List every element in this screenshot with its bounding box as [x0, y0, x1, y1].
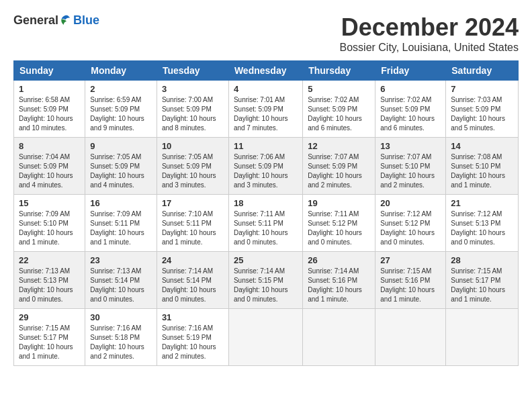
day-number: 3 — [162, 84, 224, 94]
day-info: Sunrise: 7:12 AMSunset: 5:12 PMDaylight:… — [380, 210, 435, 246]
day-number: 24 — [162, 255, 224, 265]
calendar-cell — [446, 309, 519, 366]
calendar-cell: 17Sunrise: 7:10 AMSunset: 5:11 PMDayligh… — [157, 195, 228, 252]
header-sunday: Sunday — [14, 61, 85, 81]
title-area: December 2024 Bossier City, Louisiana, U… — [340, 13, 519, 54]
day-number: 17 — [162, 198, 224, 208]
calendar-cell: 15Sunrise: 7:09 AMSunset: 5:10 PMDayligh… — [14, 195, 85, 252]
calendar-cell: 8Sunrise: 7:04 AMSunset: 5:09 PMDaylight… — [14, 138, 85, 195]
day-info: Sunrise: 7:05 AMSunset: 5:09 PMDaylight:… — [162, 153, 216, 189]
header-monday: Monday — [85, 61, 157, 81]
calendar-cell: 29Sunrise: 7:15 AMSunset: 5:17 PMDayligh… — [14, 309, 85, 366]
location-title: Bossier City, Louisiana, United States — [340, 42, 519, 54]
calendar-cell: 21Sunrise: 7:12 AMSunset: 5:13 PMDayligh… — [446, 195, 519, 252]
day-info: Sunrise: 7:05 AMSunset: 5:09 PMDaylight:… — [90, 153, 144, 189]
day-number: 25 — [234, 255, 298, 265]
week-row-3: 15Sunrise: 7:09 AMSunset: 5:10 PMDayligh… — [14, 195, 519, 252]
day-number: 1 — [19, 84, 80, 94]
calendar-cell: 30Sunrise: 7:16 AMSunset: 5:18 PMDayligh… — [85, 309, 157, 366]
day-info: Sunrise: 7:11 AMSunset: 5:11 PMDaylight:… — [234, 210, 288, 246]
calendar-cell: 9Sunrise: 7:05 AMSunset: 5:09 PMDaylight… — [85, 138, 157, 195]
calendar-cell: 22Sunrise: 7:13 AMSunset: 5:13 PMDayligh… — [14, 252, 85, 309]
day-number: 6 — [380, 84, 441, 94]
day-info: Sunrise: 7:02 AMSunset: 5:09 PMDaylight:… — [380, 96, 435, 132]
day-number: 2 — [90, 84, 152, 94]
day-number: 12 — [308, 141, 370, 151]
day-info: Sunrise: 7:13 AMSunset: 5:14 PMDaylight:… — [90, 267, 144, 303]
day-info: Sunrise: 7:14 AMSunset: 5:16 PMDaylight:… — [308, 267, 362, 303]
calendar-cell — [375, 309, 446, 366]
day-info: Sunrise: 6:59 AMSunset: 5:09 PMDaylight:… — [90, 96, 144, 132]
calendar-cell: 28Sunrise: 7:15 AMSunset: 5:17 PMDayligh… — [446, 252, 519, 309]
header-tuesday: Tuesday — [157, 61, 228, 81]
day-number: 13 — [380, 141, 441, 151]
week-row-1: 1Sunrise: 6:58 AMSunset: 5:09 PMDaylight… — [14, 81, 519, 138]
day-number: 4 — [234, 84, 298, 94]
calendar-table: SundayMondayTuesdayWednesdayThursdayFrid… — [13, 60, 519, 366]
day-info: Sunrise: 7:02 AMSunset: 5:09 PMDaylight:… — [308, 96, 362, 132]
day-info: Sunrise: 7:07 AMSunset: 5:10 PMDaylight:… — [380, 153, 435, 189]
day-number: 30 — [90, 312, 152, 322]
calendar-cell: 23Sunrise: 7:13 AMSunset: 5:14 PMDayligh… — [85, 252, 157, 309]
day-number: 11 — [234, 141, 298, 151]
calendar-cell: 2Sunrise: 6:59 AMSunset: 5:09 PMDaylight… — [85, 81, 157, 138]
day-info: Sunrise: 7:15 AMSunset: 5:17 PMDaylight:… — [451, 267, 505, 303]
day-info: Sunrise: 7:06 AMSunset: 5:09 PMDaylight:… — [234, 153, 288, 189]
day-number: 20 — [380, 198, 441, 208]
calendar-cell: 12Sunrise: 7:07 AMSunset: 5:09 PMDayligh… — [303, 138, 375, 195]
calendar-cell: 14Sunrise: 7:08 AMSunset: 5:10 PMDayligh… — [446, 138, 519, 195]
calendar-cell: 13Sunrise: 7:07 AMSunset: 5:10 PMDayligh… — [375, 138, 446, 195]
day-number: 7 — [451, 84, 513, 94]
day-info: Sunrise: 7:10 AMSunset: 5:11 PMDaylight:… — [162, 210, 216, 246]
calendar-cell: 1Sunrise: 6:58 AMSunset: 5:09 PMDaylight… — [14, 81, 85, 138]
calendar-cell: 19Sunrise: 7:11 AMSunset: 5:12 PMDayligh… — [303, 195, 375, 252]
header-saturday: Saturday — [446, 61, 519, 81]
day-info: Sunrise: 7:03 AMSunset: 5:09 PMDaylight:… — [451, 96, 505, 132]
day-number: 8 — [19, 141, 80, 151]
day-info: Sunrise: 7:16 AMSunset: 5:18 PMDaylight:… — [90, 324, 144, 360]
logo-icon — [60, 14, 73, 28]
calendar-cell: 20Sunrise: 7:12 AMSunset: 5:12 PMDayligh… — [375, 195, 446, 252]
day-info: Sunrise: 7:15 AMSunset: 5:17 PMDaylight:… — [19, 324, 73, 360]
calendar-cell: 18Sunrise: 7:11 AMSunset: 5:11 PMDayligh… — [228, 195, 302, 252]
day-info: Sunrise: 7:16 AMSunset: 5:19 PMDaylight:… — [162, 324, 216, 360]
day-number: 14 — [451, 141, 513, 151]
calendar-cell: 11Sunrise: 7:06 AMSunset: 5:09 PMDayligh… — [228, 138, 302, 195]
day-number: 9 — [90, 141, 152, 151]
logo: General Blue — [13, 13, 99, 28]
calendar-cell: 25Sunrise: 7:14 AMSunset: 5:15 PMDayligh… — [228, 252, 302, 309]
month-title: December 2024 — [340, 13, 519, 42]
week-row-5: 29Sunrise: 7:15 AMSunset: 5:17 PMDayligh… — [14, 309, 519, 366]
calendar-cell: 7Sunrise: 7:03 AMSunset: 5:09 PMDaylight… — [446, 81, 519, 138]
calendar-cell: 24Sunrise: 7:14 AMSunset: 5:14 PMDayligh… — [157, 252, 228, 309]
calendar-cell — [228, 309, 302, 366]
calendar-cell: 31Sunrise: 7:16 AMSunset: 5:19 PMDayligh… — [157, 309, 228, 366]
logo-blue-text: Blue — [73, 13, 99, 28]
calendar-cell — [303, 309, 375, 366]
week-row-4: 22Sunrise: 7:13 AMSunset: 5:13 PMDayligh… — [14, 252, 519, 309]
calendar-cell: 5Sunrise: 7:02 AMSunset: 5:09 PMDaylight… — [303, 81, 375, 138]
day-info: Sunrise: 7:07 AMSunset: 5:09 PMDaylight:… — [308, 153, 362, 189]
day-number: 16 — [90, 198, 152, 208]
day-number: 31 — [162, 312, 224, 322]
day-info: Sunrise: 7:09 AMSunset: 5:10 PMDaylight:… — [19, 210, 73, 246]
day-number: 21 — [451, 198, 513, 208]
day-number: 22 — [19, 255, 80, 265]
day-info: Sunrise: 7:09 AMSunset: 5:11 PMDaylight:… — [90, 210, 144, 246]
day-number: 28 — [451, 255, 513, 265]
header-thursday: Thursday — [303, 61, 375, 81]
page-header: General Blue December 2024 Bossier City,… — [13, 13, 519, 54]
day-info: Sunrise: 7:04 AMSunset: 5:09 PMDaylight:… — [19, 153, 73, 189]
calendar-cell: 27Sunrise: 7:15 AMSunset: 5:16 PMDayligh… — [375, 252, 446, 309]
header-wednesday: Wednesday — [228, 61, 302, 81]
day-info: Sunrise: 7:12 AMSunset: 5:13 PMDaylight:… — [451, 210, 505, 246]
day-number: 5 — [308, 84, 370, 94]
logo-general-text: General — [13, 13, 58, 28]
week-row-2: 8Sunrise: 7:04 AMSunset: 5:09 PMDaylight… — [14, 138, 519, 195]
calendar-cell: 16Sunrise: 7:09 AMSunset: 5:11 PMDayligh… — [85, 195, 157, 252]
day-info: Sunrise: 7:14 AMSunset: 5:14 PMDaylight:… — [162, 267, 216, 303]
header-friday: Friday — [375, 61, 446, 81]
day-number: 27 — [380, 255, 441, 265]
day-number: 18 — [234, 198, 298, 208]
day-number: 15 — [19, 198, 80, 208]
